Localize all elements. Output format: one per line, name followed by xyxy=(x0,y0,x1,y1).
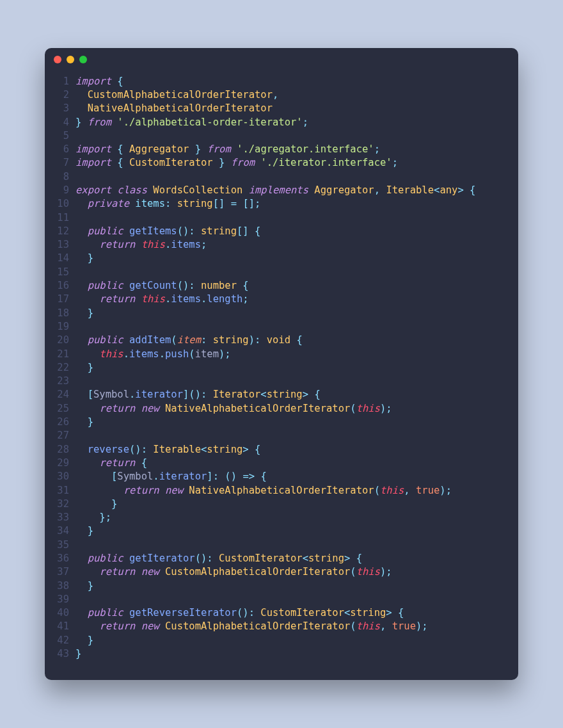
code-line[interactable]: 41 return new CustomAlphabeticalOrderIte… xyxy=(45,620,518,633)
code-line[interactable]: 17 return this.items.length; xyxy=(45,293,518,306)
code-line[interactable]: 11 xyxy=(45,211,518,225)
code-line[interactable]: 16 public getCount(): number { xyxy=(45,279,518,293)
code-line[interactable]: 38 } xyxy=(45,579,518,593)
code-line[interactable]: 8 xyxy=(45,170,518,184)
code-line[interactable]: 37 return new CustomAlphabeticalOrderIte… xyxy=(45,565,518,579)
token-pun: ); xyxy=(380,403,392,414)
line-content: } xyxy=(75,416,93,429)
token-def xyxy=(380,184,386,196)
token-def xyxy=(237,280,242,291)
window-titlebar xyxy=(45,48,518,71)
token-mod: public xyxy=(88,334,123,346)
token-def xyxy=(75,348,99,360)
token-this: this xyxy=(356,403,380,414)
token-def xyxy=(386,620,392,632)
token-type: string xyxy=(350,607,386,619)
code-line[interactable]: 2 CustomAlphabeticalOrderIterator, xyxy=(45,88,518,102)
line-content: public getIterator(): CustomIterator<str… xyxy=(75,552,362,565)
code-line[interactable]: 23 xyxy=(45,375,518,388)
code-line[interactable]: 14 } xyxy=(45,252,518,265)
token-def xyxy=(308,389,314,400)
zoom-icon[interactable] xyxy=(79,56,87,63)
code-line[interactable]: 13 return this.items; xyxy=(45,238,518,252)
code-line[interactable]: 40 public getReverseIterator(): CustomIt… xyxy=(45,606,518,620)
code-line[interactable]: 7import { CustomIterator } from './itera… xyxy=(45,156,518,170)
token-this: this xyxy=(141,239,165,250)
token-def xyxy=(260,334,266,346)
token-type: string xyxy=(267,389,303,400)
code-line[interactable]: 28 reverse(): Iterable<string> { xyxy=(45,443,518,457)
token-def xyxy=(207,334,212,346)
token-pun: } xyxy=(88,580,93,592)
token-pun: < xyxy=(260,389,266,400)
token-def xyxy=(75,471,111,482)
code-line[interactable]: 15 xyxy=(45,266,518,279)
code-line[interactable]: 5 xyxy=(45,129,518,143)
token-def xyxy=(201,143,207,155)
token-prop: length xyxy=(207,293,242,305)
token-def xyxy=(123,143,129,155)
code-line[interactable]: 43} xyxy=(45,647,518,661)
code-line[interactable]: 27 xyxy=(45,429,518,442)
code-line[interactable]: 39 xyxy=(45,593,518,606)
code-line[interactable]: 33 }; xyxy=(45,511,518,524)
token-def xyxy=(171,198,177,209)
token-pun: . xyxy=(201,293,207,305)
token-pun: } xyxy=(88,252,93,264)
token-type: string xyxy=(213,334,249,346)
code-line[interactable]: 3 NativeAlphabeticalOrderIterator xyxy=(45,102,518,115)
token-def xyxy=(255,607,260,619)
token-def xyxy=(123,225,129,237)
code-area[interactable]: 1import {2 CustomAlphabeticalOrderIterat… xyxy=(45,71,518,681)
token-def xyxy=(249,225,255,237)
token-fn: iterator xyxy=(159,471,207,482)
code-line[interactable]: 12 public getItems(): string[] { xyxy=(45,225,518,238)
code-line[interactable]: 19 xyxy=(45,320,518,334)
line-number: 30 xyxy=(45,470,75,483)
token-def xyxy=(135,620,141,632)
code-line[interactable]: 30 [Symbol.iterator]: () => { xyxy=(45,470,518,483)
code-line[interactable]: 1import { xyxy=(45,75,518,88)
token-pun: { xyxy=(260,471,266,482)
line-number: 34 xyxy=(45,524,75,538)
token-pun: : xyxy=(201,334,207,346)
token-pun: ( xyxy=(350,403,356,414)
code-line[interactable]: 32 } xyxy=(45,497,518,511)
code-line[interactable]: 29 return { xyxy=(45,457,518,470)
line-number: 7 xyxy=(45,156,75,170)
line-content: reverse(): Iterable<string> { xyxy=(75,443,260,457)
code-line[interactable]: 25 return new NativeAlphabeticalOrderIte… xyxy=(45,402,518,416)
token-def xyxy=(75,280,88,291)
minimize-icon[interactable] xyxy=(67,56,74,63)
line-number: 38 xyxy=(45,579,75,593)
code-line[interactable]: 35 xyxy=(45,538,518,552)
line-number: 43 xyxy=(45,647,75,661)
line-content: } xyxy=(75,307,93,320)
code-line[interactable]: 36 public getIterator(): CustomIterator<… xyxy=(45,552,518,565)
code-line[interactable]: 42 } xyxy=(45,634,518,647)
token-pun: < xyxy=(201,444,207,455)
token-def xyxy=(308,184,314,196)
code-line[interactable]: 10 private items: string[] = []; xyxy=(45,197,518,211)
code-line[interactable]: 4} from './alphabetical-order-iterator'; xyxy=(45,116,518,129)
code-line[interactable]: 9export class WordsCollection implements… xyxy=(45,184,518,197)
code-line[interactable]: 21 this.items.push(item); xyxy=(45,348,518,361)
token-op: = xyxy=(231,198,237,209)
token-kw: class xyxy=(117,184,147,196)
token-par: item xyxy=(177,334,201,346)
code-line[interactable]: 18 } xyxy=(45,307,518,320)
code-line[interactable]: 6import { Aggregator } from './agregator… xyxy=(45,143,518,156)
token-def xyxy=(75,580,88,592)
token-mod: public xyxy=(88,280,123,291)
code-line[interactable]: 26 } xyxy=(45,416,518,429)
code-line[interactable]: 20 public addItem(item: string): void { xyxy=(45,334,518,347)
code-line[interactable]: 24 [Symbol.iterator](): Iterator<string>… xyxy=(45,388,518,401)
code-line[interactable]: 22 } xyxy=(45,361,518,375)
code-line[interactable]: 31 return new NativeAlphabeticalOrderIte… xyxy=(45,484,518,497)
code-line[interactable]: 34 } xyxy=(45,524,518,538)
token-cls: NativeAlphabeticalOrderIterator xyxy=(165,403,350,414)
close-icon[interactable] xyxy=(54,56,61,63)
token-pun: }; xyxy=(99,512,111,523)
token-kw: return xyxy=(99,239,135,250)
token-pun: (): xyxy=(177,225,195,237)
